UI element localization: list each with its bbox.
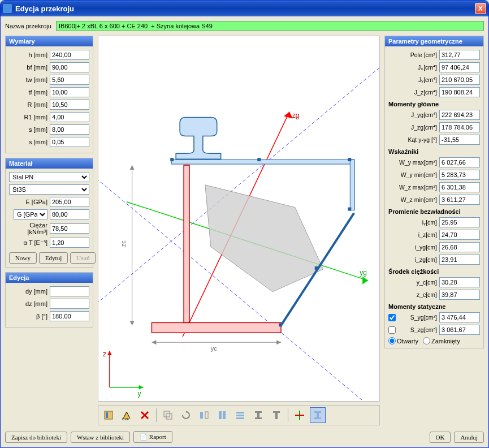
nowy-button[interactable]: Nowy: [9, 252, 37, 264]
izg-label: i_zg[cm]: [388, 256, 439, 263]
mom-glowne-header: Momenty główne: [388, 101, 480, 107]
section-name-input[interactable]: [56, 21, 484, 31]
svg-rect-25: [315, 266, 318, 270]
edytuj-button[interactable]: Edytuj: [39, 252, 68, 264]
dialog-window: Edycja przekroju X Nazwa przekroju Wymia…: [0, 0, 489, 448]
rotate-icon[interactable]: [178, 407, 194, 423]
bf-input[interactable]: [50, 62, 89, 72]
content-area: Nazwa przekroju Wymiary h [mm] bf [mm] t…: [1, 16, 488, 447]
R-label: R [mm]: [9, 101, 50, 108]
Wzmax-value: [439, 182, 480, 192]
close-button[interactable]: X: [475, 3, 486, 14]
material-panel: Materiał Stal PN St3S E [GPa] G [GPa] Ci…: [5, 158, 93, 268]
svg-text:zg: zg: [292, 111, 300, 119]
svg-rect-24: [279, 323, 282, 326]
tbeam-icon[interactable]: [269, 407, 284, 423]
svg-marker-28: [130, 321, 135, 325]
Wymax-value: [439, 157, 480, 167]
Wzmax-label: W_z max[cm³]: [388, 184, 439, 191]
G-input[interactable]: [50, 209, 89, 219]
name-label: Nazwa przekroju: [5, 23, 56, 29]
wstaw-button[interactable]: Wstaw z biblioteki: [71, 432, 130, 443]
align-icon[interactable]: [214, 407, 230, 423]
tw-input[interactable]: [50, 75, 89, 85]
center-column: yg zg z y: [98, 36, 380, 425]
Szg-checkbox[interactable]: [388, 326, 396, 334]
name-row: Nazwa przekroju: [5, 21, 484, 31]
library-icon[interactable]: [101, 407, 116, 423]
kat-label: Kąt y-yg [°]: [388, 136, 439, 143]
tf-input[interactable]: [50, 87, 89, 97]
copy-icon[interactable]: [160, 407, 176, 423]
report-icon: 📄: [140, 433, 148, 440]
anuluj-button[interactable]: Anuluj: [454, 432, 484, 443]
s-input[interactable]: [50, 124, 89, 135]
core-view-icon[interactable]: [310, 407, 326, 423]
zapisz-button[interactable]: Zapisz do biblioteki: [5, 432, 67, 443]
iyg-value: [439, 242, 480, 252]
alpha-input[interactable]: [50, 238, 89, 248]
Syg-label: S_yg[cm³]: [397, 314, 439, 321]
bf-label: bf [mm]: [9, 64, 50, 71]
beta-input[interactable]: [50, 311, 89, 321]
axes-icon[interactable]: [292, 407, 308, 423]
dy-label: dy [mm]: [9, 288, 50, 295]
app-icon: [3, 4, 12, 13]
zc-value: [439, 290, 480, 300]
Jyg-label: J_yg[cm⁴]: [388, 111, 439, 118]
G-unit-select[interactable]: G [GPa]: [14, 209, 47, 219]
svg-rect-45: [223, 411, 226, 419]
s2-label: s [mm]: [9, 139, 50, 145]
tf-label: tf [mm]: [9, 89, 50, 96]
otwarty-radio[interactable]: [388, 337, 396, 344]
ok-button[interactable]: OK: [430, 432, 451, 443]
wymiary-header: Wymiary: [6, 36, 93, 46]
material-grade-select[interactable]: St3S: [9, 184, 89, 195]
Syg-checkbox[interactable]: [388, 314, 396, 321]
svg-rect-58: [314, 417, 321, 419]
zamkniety-radio[interactable]: [423, 337, 430, 344]
wskazniki-header: Wskaźniki: [388, 148, 480, 155]
material-header: Materiał: [6, 158, 93, 169]
edycja-header: Edycja: [6, 273, 93, 283]
svg-text:yg: yg: [360, 269, 367, 277]
R-input[interactable]: [50, 100, 89, 110]
svg-rect-47: [236, 415, 244, 416]
R1-input[interactable]: [50, 112, 89, 122]
tw-label: tw [mm]: [9, 76, 50, 83]
otwarty-radio-label[interactable]: Otwarty: [388, 337, 418, 344]
ibeam-icon[interactable]: [250, 407, 266, 423]
E-label: E [GPa]: [9, 199, 50, 205]
section-drawing: yg zg z y: [98, 36, 379, 401]
material-type-select[interactable]: Stal PN: [9, 172, 89, 182]
iy-label: iᵧ[cm]: [388, 219, 439, 226]
section-canvas[interactable]: yg zg z y: [98, 36, 380, 402]
promienie-header: Promienie bezwładności: [388, 208, 480, 215]
iz-label: i_z[cm]: [388, 231, 439, 238]
Szg-label: S_zg[cm³]: [397, 326, 439, 333]
Wzmin-value: [439, 195, 480, 205]
section-list-icon[interactable]: [232, 407, 248, 423]
s2-input[interactable]: [50, 137, 89, 147]
h-input[interactable]: [50, 50, 89, 60]
delete-icon[interactable]: [137, 407, 153, 423]
dxf-import-icon[interactable]: DXF: [119, 407, 135, 423]
E-input[interactable]: [50, 197, 89, 207]
separator: [288, 408, 288, 422]
svg-rect-40: [166, 413, 172, 419]
svg-text:yc: yc: [211, 345, 217, 352]
zamkniety-radio-label[interactable]: Zamknięty: [423, 337, 460, 344]
Wymin-label: W_y min[cm³]: [388, 171, 439, 178]
svg-rect-42: [200, 412, 203, 419]
Wymax-label: W_y max[cm³]: [388, 159, 439, 166]
ciezar-input[interactable]: [50, 223, 89, 234]
Jy-label: Jᵧ[cm⁴]: [388, 76, 439, 83]
svg-rect-39: [164, 411, 170, 417]
svg-line-0: [98, 44, 379, 325]
usun-button[interactable]: Usuń: [70, 252, 96, 264]
wymiary-panel: Wymiary h [mm] bf [mm] tw [mm] tf [mm] R…: [5, 36, 93, 153]
dz-input[interactable]: [50, 299, 89, 309]
dy-input[interactable]: [50, 286, 89, 296]
mirror-icon[interactable]: [196, 407, 212, 423]
raport-button[interactable]: 📄 Raport: [133, 431, 172, 443]
